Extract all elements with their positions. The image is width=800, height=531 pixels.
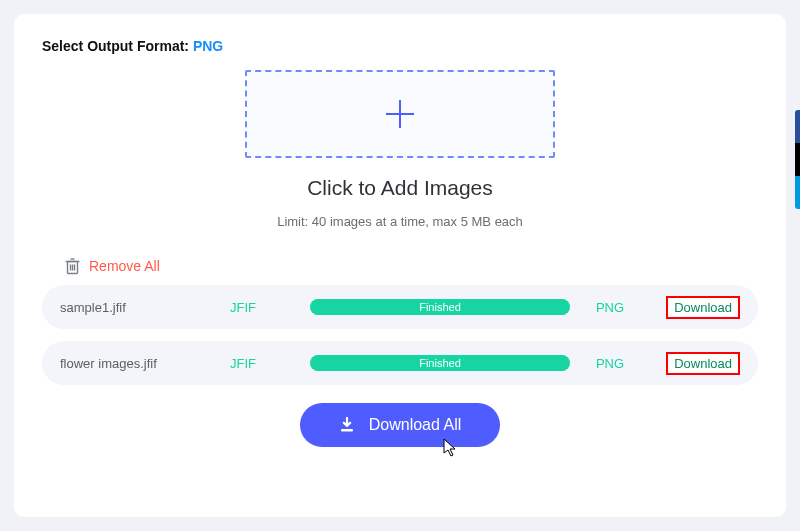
remove-all-label: Remove All [89,258,160,274]
progress-status: Finished [419,301,461,313]
trash-icon [64,257,81,275]
file-row: flower images.jfif JFIF Finished PNG Dow… [42,341,758,385]
file-name: sample1.jfif [60,300,220,315]
remove-all-button[interactable]: Remove All [64,257,758,275]
output-format-header: Select Output Format: PNG [42,38,758,54]
source-format: JFIF [230,300,300,315]
progress-bar: Finished [310,299,570,315]
output-format-value[interactable]: PNG [193,38,223,54]
download-icon [339,417,355,433]
target-format: PNG [580,300,640,315]
add-images-title: Click to Add Images [42,176,758,200]
download-all-button[interactable]: Download All [300,403,500,447]
side-tab[interactable] [795,143,800,176]
plus-icon [380,94,420,134]
output-format-label: Select Output Format: [42,38,189,54]
progress-bar: Finished [310,355,570,371]
file-list: sample1.jfif JFIF Finished PNG Download … [42,285,758,385]
converter-panel: Select Output Format: PNG Click to Add I… [14,14,786,517]
file-name: flower images.jfif [60,356,220,371]
add-images-dropzone[interactable] [245,70,555,158]
svg-rect-8 [341,429,353,431]
target-format: PNG [580,356,640,371]
side-tab[interactable] [795,110,800,143]
progress-status: Finished [419,357,461,369]
side-tab[interactable] [795,176,800,209]
file-row: sample1.jfif JFIF Finished PNG Download [42,285,758,329]
download-button[interactable]: Download [666,296,740,319]
add-images-limit: Limit: 40 images at a time, max 5 MB eac… [42,214,758,229]
download-all-label: Download All [369,416,462,434]
download-button[interactable]: Download [666,352,740,375]
side-tabs [795,110,800,209]
source-format: JFIF [230,356,300,371]
